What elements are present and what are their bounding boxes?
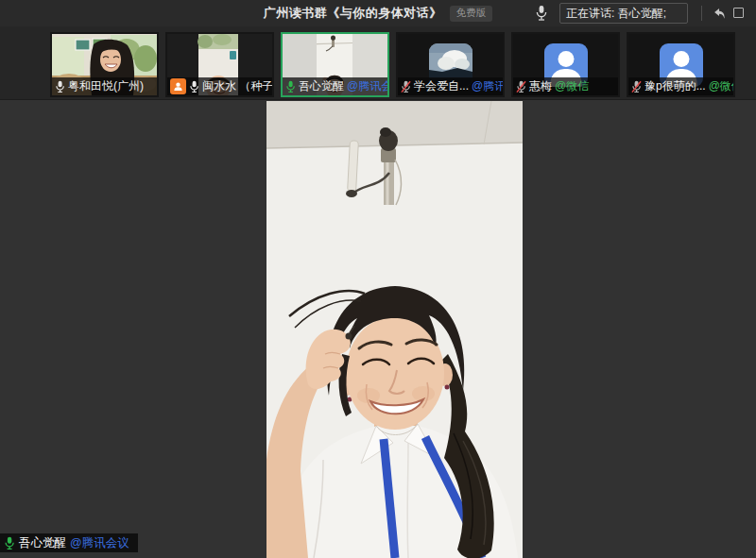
participant-name: 惠梅 — [529, 78, 552, 94]
person-app-badge-icon — [170, 78, 186, 94]
participant-label-4: 学会爱自... @腾讯... — [398, 77, 503, 95]
participant-thumbnail-4[interactable]: 学会爱自... @腾讯... — [396, 32, 505, 97]
speaker-platform: @腾讯会议 — [70, 535, 129, 551]
meeting-title: 广州读书群《与你的身体对话》 — [264, 5, 442, 22]
participant-platform: @腾讯会议 — [347, 78, 387, 94]
participant-thumbnail-3[interactable]: 吾心觉醒 @腾讯会议 — [281, 32, 389, 97]
titlebar-divider — [701, 6, 702, 21]
mic-muted-icon — [516, 80, 526, 93]
mic-speaking-icon — [4, 536, 15, 550]
participant-label-3: 吾心觉醒 @腾讯会议 — [283, 77, 387, 95]
mic-muted-icon — [631, 80, 642, 93]
participant-name: 粤和田悦(广州) — [68, 78, 144, 94]
participant-thumbnail-5[interactable]: 惠梅 @微信 — [511, 32, 620, 97]
participant-label-6: 豫p很萌的... @微信 — [628, 77, 733, 95]
participant-thumbnail-2[interactable]: 闽水水 （种子... — [165, 32, 274, 97]
mic-speaking-icon — [285, 80, 296, 93]
participant-name: 学会爱自... — [414, 78, 469, 94]
speaker-video — [266, 101, 523, 558]
titlebar: 广州读书群《与你的身体对话》 免费版 正在讲话: 吾心觉醒; — [0, 0, 756, 26]
mic-on-icon — [55, 80, 65, 93]
mic-on-icon — [189, 80, 199, 93]
participant-thumbnail-6[interactable]: 豫p很萌的... @微信 — [627, 32, 735, 97]
mic-muted-icon — [401, 80, 411, 93]
now-speaking-indicator: 正在讲话: 吾心觉醒; — [559, 3, 688, 24]
participant-thumbnail-1[interactable]: 粤和田悦(广州) — [50, 32, 159, 97]
speaker-name: 吾心觉醒 — [19, 535, 66, 551]
participant-label-5: 惠梅 @微信 — [513, 77, 618, 95]
main-stage: 吾心觉醒 @腾讯会议 — [0, 100, 756, 558]
participant-label-1: 粤和田悦(广州) — [52, 77, 157, 95]
mic-icon — [535, 5, 548, 22]
free-version-badge: 免费版 — [450, 6, 493, 22]
participant-strip: 粤和田悦(广州) — [0, 26, 756, 100]
participant-name: 吾心觉醒 — [299, 78, 344, 94]
participant-name: 豫p很萌的... — [644, 78, 706, 94]
title-group: 广州读书群《与你的身体对话》 免费版 — [264, 5, 493, 22]
participant-platform: @微信 — [555, 78, 589, 94]
back-arrow-icon — [713, 8, 727, 20]
participant-platform: @微信 — [709, 78, 733, 94]
participant-label-2: 闽水水 （种子... — [167, 77, 272, 95]
participant-name: 闽水水 （种子... — [202, 78, 272, 94]
back-arrow-button[interactable] — [711, 7, 728, 20]
restore-window-button[interactable] — [733, 8, 744, 18]
active-speaker-label: 吾心觉醒 @腾讯会议 — [0, 533, 138, 552]
participant-platform: @腾讯... — [472, 78, 503, 94]
speaker-video-illustration — [266, 101, 523, 558]
meeting-window: 广州读书群《与你的身体对话》 免费版 正在讲话: 吾心觉醒; — [0, 0, 756, 558]
